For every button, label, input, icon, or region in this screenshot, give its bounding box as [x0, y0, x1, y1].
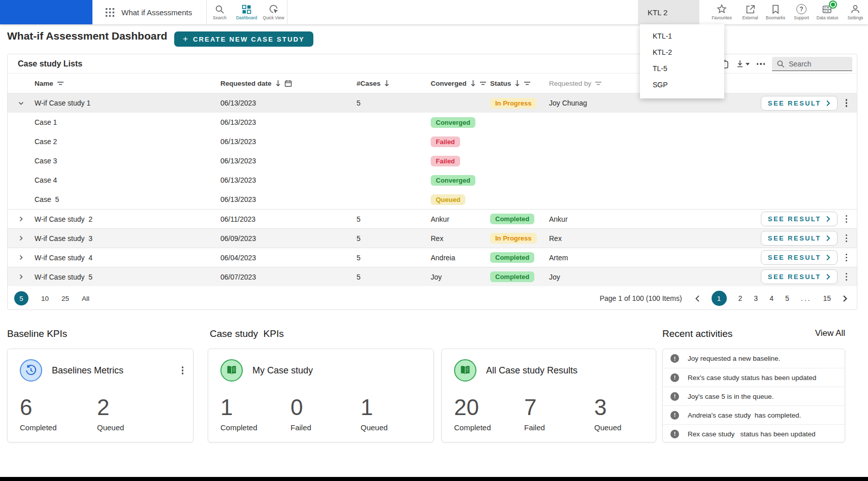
- see-result-label: SEE RESULT: [768, 254, 821, 261]
- result-badge: Queued: [431, 194, 465, 205]
- help-icon: ?: [796, 4, 807, 14]
- see-result-button[interactable]: SEE RESULT: [761, 231, 838, 246]
- status-badge: Completed: [490, 271, 534, 282]
- chevron-right-icon: [18, 273, 24, 280]
- page-1-button[interactable]: 1: [712, 291, 727, 306]
- row-menu-icon[interactable]: [844, 271, 849, 283]
- next-page-button[interactable]: [843, 295, 848, 302]
- metric-label: Queued: [97, 423, 167, 432]
- activity-item[interactable]: ! Rex's case study status has been updat…: [663, 368, 845, 387]
- nav-search[interactable]: Search: [206, 0, 233, 24]
- cell-name: Case 4: [35, 176, 220, 184]
- column-date-label: Requested date: [220, 80, 272, 87]
- row-menu-icon[interactable]: [844, 214, 849, 225]
- column-requested-by-label: Requested by: [549, 80, 591, 87]
- context-option-ktl-1[interactable]: KTL-1: [640, 28, 724, 44]
- chevron-right-icon: [826, 273, 830, 280]
- see-result-button[interactable]: SEE RESULT: [761, 96, 838, 111]
- page-size-all[interactable]: All: [82, 295, 89, 302]
- cell-date: 06/07/2023: [220, 273, 357, 281]
- page-5-button[interactable]: 5: [785, 294, 789, 302]
- activity-item[interactable]: ! Joy's case 5 is in the queue.: [663, 387, 845, 405]
- nav-support-label: Support: [794, 15, 809, 20]
- column-name[interactable]: Name: [35, 80, 220, 87]
- previous-page-button[interactable]: [695, 295, 700, 302]
- page-15-button[interactable]: 15: [823, 294, 831, 302]
- column-requested-date[interactable]: Requested date: [220, 80, 357, 87]
- card-title: My Case study: [252, 365, 313, 376]
- context-option-sgp[interactable]: SGP: [640, 77, 724, 93]
- chevron-right-icon: [843, 295, 848, 302]
- panel-title: Case study Lists: [18, 59, 82, 68]
- see-result-button[interactable]: SEE RESULT: [761, 212, 838, 226]
- cell-name: W-if Case study 1: [35, 99, 220, 107]
- context-option-ktl-2[interactable]: KTL-2: [640, 44, 724, 60]
- context-dropdown: KTL-1 KTL-2 TL-5 SGP: [640, 24, 724, 98]
- activity-item[interactable]: ! Rex case study status has been updated: [663, 424, 845, 442]
- chevron-right-icon: [18, 235, 24, 242]
- context-selector[interactable]: KTL 2: [638, 0, 699, 24]
- metric: 20 Completed: [454, 396, 524, 432]
- nav-dashboard[interactable]: Dashboard: [233, 0, 260, 24]
- row-menu-icon[interactable]: [844, 233, 849, 244]
- expand-row-button[interactable]: [8, 273, 35, 280]
- column-converged[interactable]: Converged: [431, 80, 490, 87]
- metric: 3 Queued: [594, 396, 664, 432]
- nav-external[interactable]: External: [736, 0, 764, 24]
- filter-icon: [479, 81, 487, 86]
- metric-value: 2: [97, 396, 167, 419]
- view-all-link[interactable]: View All: [810, 328, 845, 338]
- cell-date: 06/13/2023: [220, 195, 357, 203]
- download-icon[interactable]: [736, 59, 750, 68]
- column-status[interactable]: Status: [490, 80, 549, 87]
- metric-label: Queued: [594, 423, 664, 432]
- nav-settings[interactable]: Settings: [842, 0, 868, 24]
- nav-quick-view[interactable]: Quick View: [260, 0, 287, 24]
- more-horizontal-icon[interactable]: [757, 63, 765, 65]
- page-2-button[interactable]: 2: [738, 294, 743, 302]
- filter-icon: [57, 81, 64, 86]
- collapse-row-button[interactable]: [8, 100, 35, 107]
- see-result-button[interactable]: SEE RESULT: [761, 269, 838, 284]
- nav-favourites[interactable]: Favourites: [708, 0, 735, 24]
- row-menu-icon[interactable]: [844, 252, 849, 263]
- page-3-button[interactable]: 3: [754, 294, 758, 302]
- context-option-tl-5[interactable]: TL-5: [640, 60, 724, 77]
- column-cases[interactable]: #Cases: [357, 80, 431, 87]
- nav-data-status[interactable]: Data status: [814, 0, 841, 24]
- page-size-5[interactable]: 5: [14, 291, 28, 305]
- create-new-case-study-button[interactable]: + CREATE NEW CASE STUDY: [174, 31, 313, 47]
- create-button-label: CREATE NEW CASE STUDY: [193, 36, 305, 43]
- table-row: W-if Case study 1 06/13/2023 5 In Progre…: [8, 93, 857, 113]
- product-switcher[interactable]: What if Assessments: [105, 0, 192, 24]
- book-icon: [220, 359, 243, 382]
- user-icon: [850, 4, 860, 14]
- activity-item[interactable]: ! Joy requested a new baseline.: [663, 349, 845, 368]
- cell-converged: Rex: [431, 234, 490, 243]
- search-input[interactable]: [789, 60, 845, 68]
- expand-row-button[interactable]: [8, 254, 35, 261]
- cell-cases: 5: [357, 254, 431, 262]
- page-size-25[interactable]: 25: [61, 295, 69, 302]
- table-search[interactable]: [772, 57, 852, 71]
- page-4-button[interactable]: 4: [769, 294, 774, 302]
- expand-row-button[interactable]: [8, 235, 35, 242]
- table-row: W-if Case study 5 06/07/2023 5 Joy Compl…: [8, 267, 857, 286]
- nav-external-label: External: [742, 15, 758, 20]
- status-badge: In Progress: [490, 233, 537, 244]
- nav-support[interactable]: ? Support: [788, 0, 815, 24]
- cell-cases: 5: [357, 99, 431, 107]
- page-size-10[interactable]: 10: [41, 295, 49, 302]
- brand-logo: [0, 0, 92, 24]
- activity-item[interactable]: ! Andreia's case study has completed.: [663, 405, 845, 424]
- see-result-button[interactable]: SEE RESULT: [761, 250, 838, 265]
- cell-date: 06/13/2023: [220, 118, 357, 126]
- row-menu-icon[interactable]: [844, 97, 849, 109]
- column-cases-label: #Cases: [357, 80, 380, 87]
- activity-text: Rex case study status has been updated: [688, 430, 815, 438]
- nav-bookmarks[interactable]: Boomarks: [762, 0, 789, 24]
- table-row: W-if Case study 3 06/09/2023 5 Rex In Pr…: [8, 228, 857, 248]
- card-menu-icon[interactable]: [180, 365, 185, 376]
- expand-row-button[interactable]: [8, 216, 35, 222]
- filter-icon: [595, 81, 602, 86]
